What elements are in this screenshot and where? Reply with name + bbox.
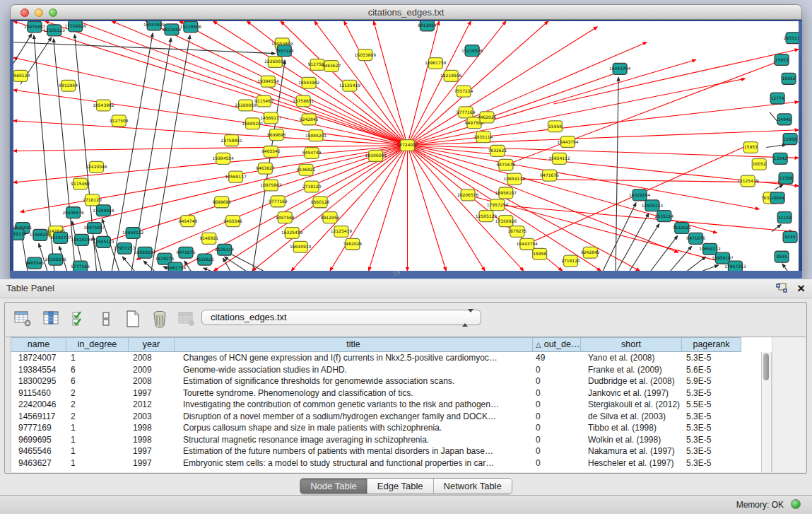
table-cell[interactable]: Dudbridge et al. (2008) [581, 375, 682, 387]
paper-node[interactable]: 19384554 [257, 76, 279, 87]
close-panel-icon[interactable]: × [797, 280, 805, 297]
paper-node[interactable]: 16325419 [281, 228, 303, 239]
citation-edge[interactable] [13, 42, 275, 54]
column-header-pagerank[interactable]: pagerank [682, 337, 741, 352]
table-cell[interactable]: 2012 [129, 399, 175, 411]
paper-node[interactable]: 11568 [779, 173, 793, 184]
network-canvas[interactable]: 1872400718300295912750818543982237588519… [13, 21, 799, 271]
paper-node[interactable]: 10654 [770, 192, 784, 204]
table-cell[interactable]: 0 [533, 375, 581, 387]
table-cell[interactable]: Corpus callosum shape and size in male p… [175, 422, 533, 434]
paper-node[interactable]: 9242845 [300, 114, 319, 125]
table-cell[interactable]: 0 [533, 422, 581, 434]
citation-edge[interactable] [506, 62, 777, 165]
window-titlebar[interactable]: citations_edges.txt [10, 4, 802, 20]
float-window-icon[interactable] [775, 283, 788, 294]
table-cell[interactable]: Investigating the contribution of common… [175, 399, 533, 411]
paper-node[interactable]: 17359928 [495, 216, 517, 227]
paper-node[interactable]: 7632621 [672, 223, 691, 234]
paper-node[interactable]: 9777169 [457, 107, 476, 118]
citation-edge[interactable] [314, 21, 407, 146]
paper-node[interactable]: 2935114 [474, 132, 493, 143]
table-cell[interactable]: 0 [533, 399, 581, 411]
row-height-icon[interactable] [97, 310, 117, 329]
window-resize-handle[interactable] [393, 271, 400, 276]
table-cell[interactable]: 1 [66, 445, 129, 457]
column-header-year[interactable]: year [129, 337, 175, 352]
citation-edge[interactable] [13, 121, 407, 146]
paper-node[interactable]: 20206576 [62, 207, 84, 218]
table-cell[interactable]: 2008 [129, 352, 175, 364]
citation-edge[interactable] [369, 146, 408, 271]
paper-node[interactable]: 8471676 [177, 247, 196, 258]
table-cell[interactable]: 5.5E-5 [682, 399, 741, 411]
paper-node[interactable]: 2718120 [561, 255, 580, 267]
table-cell[interactable]: 0 [533, 434, 581, 446]
paper-node[interactable]: 16443794 [557, 136, 579, 148]
citation-edge[interactable] [407, 21, 471, 146]
citation-edge[interactable] [782, 264, 787, 271]
paper-node[interactable]: 16053809 [355, 49, 377, 61]
paper-node[interactable]: 14519194 [71, 234, 93, 245]
paper-node[interactable]: 14845 [777, 114, 792, 125]
table-cell[interactable]: Genome-wide association studies in ADHD. [175, 364, 533, 376]
paper-node[interactable]: 12125419 [737, 175, 759, 187]
paper-node[interactable]: 8454749 [179, 216, 198, 227]
citation-edge[interactable] [688, 257, 706, 271]
table-cell[interactable]: 1997 [129, 457, 175, 469]
citation-edge[interactable] [180, 21, 408, 146]
column-header-in_degree[interactable]: in_degree [66, 337, 129, 352]
table-row[interactable]: 977716911998Corpus callosum shape and si… [11, 422, 741, 434]
column-header-out_de[interactable]: △out_de… [533, 337, 581, 352]
paper-node[interactable]: 12505123 [476, 211, 498, 222]
table-cell[interactable]: 2 [66, 387, 129, 399]
citation-edge[interactable] [703, 265, 719, 271]
table-cell[interactable]: 1 [66, 457, 129, 469]
paper-node[interactable]: 8912954 [321, 212, 340, 223]
table-row[interactable]: 1456911722003Disruption of a novel membe… [11, 411, 741, 423]
table-cell[interactable]: 9465546 [11, 445, 66, 457]
table-cell[interactable]: 1 [66, 422, 129, 434]
paper-node[interactable]: 7557224 [275, 45, 294, 57]
paper-node[interactable]: 12125419 [331, 226, 353, 238]
citation-edge[interactable] [252, 146, 407, 271]
paper-node[interactable]: 15953 [775, 54, 789, 66]
paper-node[interactable]: 10975887 [24, 21, 46, 33]
paper-node[interactable]: 17359928 [64, 21, 86, 32]
table-cell[interactable]: Structural magnetic resonance image aver… [175, 434, 533, 446]
table-cell[interactable]: 1997 [129, 387, 175, 399]
table-row[interactable]: 969969511998Structural magnetic resonanc… [11, 434, 741, 446]
paper-node[interactable]: 16958107 [134, 247, 156, 258]
citation-edge[interactable] [554, 49, 799, 104]
paper-node[interactable]: 2718120 [83, 194, 102, 206]
table-cell[interactable]: 18300295 [11, 375, 66, 387]
table-cell[interactable]: 14569117 [11, 411, 66, 423]
paper-node[interactable]: 15958 [533, 248, 547, 259]
paper-node[interactable]: 9465546 [25, 257, 45, 269]
table-cell[interactable]: Estimation of significance thresholds fo… [175, 375, 533, 387]
paper-node[interactable]: 16958107 [495, 187, 517, 199]
table-cell[interactable]: 0 [533, 457, 581, 469]
table-cell[interactable]: Tourette syndrome. Phenomenology and cla… [175, 387, 533, 399]
table-cell[interactable]: 2003 [129, 411, 175, 423]
paper-node[interactable]: 7462026 [478, 112, 497, 123]
paper-node[interactable]: 10975887 [260, 180, 282, 191]
paper-node[interactable]: 8813054 [418, 21, 437, 31]
paper-node[interactable]: 9115460 [71, 178, 90, 189]
paper-node[interactable]: 9560128 [311, 197, 330, 208]
table-row[interactable]: 1830029562008Estimation of significance … [11, 375, 741, 387]
citation-edge[interactable] [407, 146, 446, 271]
paper-node[interactable]: 10654112 [122, 228, 144, 239]
column-header-name[interactable]: name [11, 337, 66, 352]
paper-node[interactable]: 2935114 [655, 211, 674, 222]
table-cell[interactable]: 2 [66, 399, 129, 411]
paper-node[interactable]: 9127508 [110, 115, 129, 127]
table-cell[interactable]: 1998 [129, 434, 175, 446]
table-cell[interactable]: 9777169 [11, 422, 66, 434]
table-cell[interactable]: 5.3E-5 [682, 411, 741, 423]
paper-node[interactable]: 8471676 [686, 233, 705, 244]
citation-edge[interactable] [617, 214, 649, 271]
table-cell[interactable]: 5.6E-5 [682, 364, 741, 376]
table-cell[interactable]: 5.9E-5 [682, 375, 741, 387]
paper-node[interactable]: 10654112 [504, 173, 526, 185]
